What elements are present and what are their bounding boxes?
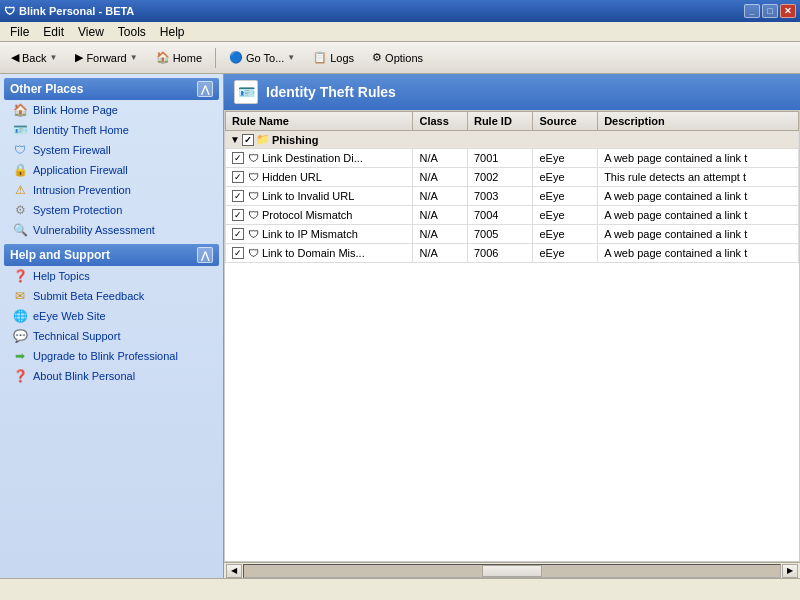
content-area: 🪪 Identity Theft Rules Rule Name Class R…	[224, 74, 800, 578]
cell-id-5: 7006	[467, 244, 532, 263]
minimize-button[interactable]: _	[744, 4, 760, 18]
rule-icon-0: 🛡	[246, 151, 260, 165]
content-header-title: Identity Theft Rules	[266, 84, 396, 100]
table-container[interactable]: Rule Name Class Rule ID Source Descripti…	[224, 110, 800, 562]
sidebar-item-about[interactable]: ❓ About Blink Personal	[4, 366, 219, 386]
cell-desc-3: A web page contained a link t	[598, 206, 799, 225]
scroll-right-button[interactable]: ▶	[782, 564, 798, 578]
other-places-collapse[interactable]: ⋀	[197, 81, 213, 97]
menu-file[interactable]: File	[4, 24, 35, 40]
cell-source-5: eEye	[533, 244, 598, 263]
maximize-button[interactable]: □	[762, 4, 778, 18]
other-places-items: 🏠 Blink Home Page 🪪 Identity Theft Home …	[4, 100, 219, 240]
sidebar-item-blink-home[interactable]: 🏠 Blink Home Page	[4, 100, 219, 120]
help-support-header[interactable]: Help and Support ⋀	[4, 244, 219, 266]
cell-source-1: eEye	[533, 168, 598, 187]
col-class: Class	[413, 112, 467, 131]
group-collapse-icon[interactable]: ▼	[230, 134, 240, 145]
rule-icon-4: 🛡	[246, 227, 260, 241]
scroll-track[interactable]	[243, 564, 781, 578]
goto-button[interactable]: 🔵 Go To... ▼	[222, 48, 302, 67]
intrusion-icon: ⚠	[12, 182, 28, 198]
sidebar-item-technical-support[interactable]: 💬 Technical Support	[4, 326, 219, 346]
sidebar-item-help-topics[interactable]: ❓ Help Topics	[4, 266, 219, 286]
upgrade-label: Upgrade to Blink Professional	[33, 350, 178, 362]
help-support-collapse[interactable]: ⋀	[197, 247, 213, 263]
menu-view[interactable]: View	[72, 24, 110, 40]
table-header-row: Rule Name Class Rule ID Source Descripti…	[226, 112, 799, 131]
row-checkbox-1[interactable]: ✓	[232, 171, 244, 183]
toolbar-separator	[215, 48, 216, 68]
help-support-title: Help and Support	[10, 248, 110, 262]
system-protection-label: System Protection	[33, 204, 122, 216]
about-icon: ❓	[12, 368, 28, 384]
scroll-left-button[interactable]: ◀	[226, 564, 242, 578]
sidebar-item-system-firewall[interactable]: 🛡 System Firewall	[4, 140, 219, 160]
vulnerability-icon: 🔍	[12, 222, 28, 238]
table-row[interactable]: ✓ 🛡 Link to IP Mismatch N/A 7005 eEye A …	[226, 225, 799, 244]
cell-class-3: N/A	[413, 206, 467, 225]
sidebar: Other Places ⋀ 🏠 Blink Home Page 🪪 Ident…	[0, 74, 224, 578]
sidebar-item-eeye-website[interactable]: 🌐 eEye Web Site	[4, 306, 219, 326]
cell-id-2: 7003	[467, 187, 532, 206]
sidebar-item-vulnerability[interactable]: 🔍 Vulnerability Assessment	[4, 220, 219, 240]
system-firewall-label: System Firewall	[33, 144, 111, 156]
app-firewall-icon: 🔒	[12, 162, 28, 178]
rule-icon-2: 🛡	[246, 189, 260, 203]
forward-button[interactable]: ▶ Forward ▼	[68, 48, 144, 67]
sidebar-item-intrusion[interactable]: ⚠ Intrusion Prevention	[4, 180, 219, 200]
menu-help[interactable]: Help	[154, 24, 191, 40]
cell-source-4: eEye	[533, 225, 598, 244]
table-row[interactable]: ✓ 🛡 Protocol Mismatch N/A 7004 eEye A we…	[226, 206, 799, 225]
col-source: Source	[533, 112, 598, 131]
cell-desc-2: A web page contained a link t	[598, 187, 799, 206]
cell-class-1: N/A	[413, 168, 467, 187]
cell-class-5: N/A	[413, 244, 467, 263]
home-button[interactable]: 🏠 Home	[149, 48, 209, 67]
other-places-header[interactable]: Other Places ⋀	[4, 78, 219, 100]
row-checkbox-4[interactable]: ✓	[232, 228, 244, 240]
col-rule-id: Rule ID	[467, 112, 532, 131]
blink-home-icon: 🏠	[12, 102, 28, 118]
row-checkbox-5[interactable]: ✓	[232, 247, 244, 259]
menu-edit[interactable]: Edit	[37, 24, 70, 40]
rule-icon-1: 🛡	[246, 170, 260, 184]
row-checkbox-0[interactable]: ✓	[232, 152, 244, 164]
close-button[interactable]: ✕	[780, 4, 796, 18]
logs-button[interactable]: 📋 Logs	[306, 48, 361, 67]
menu-tools[interactable]: Tools	[112, 24, 152, 40]
group-folder-icon: 📁	[256, 133, 270, 146]
horizontal-scrollbar[interactable]: ◀ ▶	[224, 562, 800, 578]
menu-bar: File Edit View Tools Help	[0, 22, 800, 42]
cell-id-0: 7001	[467, 149, 532, 168]
cell-id-3: 7004	[467, 206, 532, 225]
forward-arrow-icon: ▼	[130, 53, 138, 62]
table-row[interactable]: ✓ 🛡 Hidden URL N/A 7002 eEye This rule d…	[226, 168, 799, 187]
table-row[interactable]: ✓ 🛡 Link to Invalid URL N/A 7003 eEye A …	[226, 187, 799, 206]
help-support-items: ❓ Help Topics ✉ Submit Beta Feedback 🌐 e…	[4, 266, 219, 386]
sidebar-item-beta-feedback[interactable]: ✉ Submit Beta Feedback	[4, 286, 219, 306]
eeye-website-label: eEye Web Site	[33, 310, 106, 322]
content-header: 🪪 Identity Theft Rules	[224, 74, 800, 110]
cell-rule-name-2: ✓ 🛡 Link to Invalid URL	[226, 187, 413, 206]
table-row[interactable]: ✓ 🛡 Link Destination Di... N/A 7001 eEye…	[226, 149, 799, 168]
system-protection-icon: ⚙	[12, 202, 28, 218]
sidebar-item-system-protection[interactable]: ⚙ System Protection	[4, 200, 219, 220]
toolbar: ◀ Back ▼ ▶ Forward ▼ 🏠 Home 🔵 Go To... ▼…	[0, 42, 800, 74]
identity-theft-label: Identity Theft Home	[33, 124, 129, 136]
row-checkbox-3[interactable]: ✓	[232, 209, 244, 221]
col-rule-name: Rule Name	[226, 112, 413, 131]
options-button[interactable]: ⚙ Options	[365, 48, 430, 67]
group-checkbox[interactable]: ✓	[242, 134, 254, 146]
cell-source-2: eEye	[533, 187, 598, 206]
options-icon: ⚙	[372, 51, 382, 64]
sidebar-item-identity-theft[interactable]: 🪪 Identity Theft Home	[4, 120, 219, 140]
row-checkbox-2[interactable]: ✓	[232, 190, 244, 202]
back-button[interactable]: ◀ Back ▼	[4, 48, 64, 67]
sidebar-item-upgrade[interactable]: ➡ Upgrade to Blink Professional	[4, 346, 219, 366]
sidebar-item-app-firewall[interactable]: 🔒 Application Firewall	[4, 160, 219, 180]
table-group-phishing[interactable]: ▼ ✓ 📁 Phishing	[226, 131, 799, 149]
scroll-thumb[interactable]	[482, 565, 542, 577]
technical-support-label: Technical Support	[33, 330, 120, 342]
table-row[interactable]: ✓ 🛡 Link to Domain Mis... N/A 7006 eEye …	[226, 244, 799, 263]
